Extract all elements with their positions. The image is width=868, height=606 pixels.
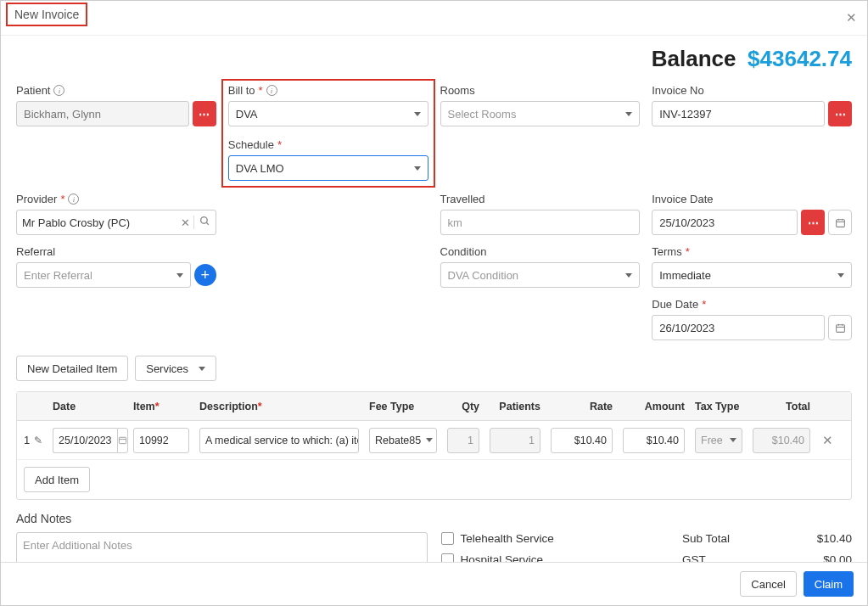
condition-field: Condition DVA Condition	[440, 245, 641, 288]
subtotal-label: Sub Total	[682, 532, 793, 545]
svg-rect-2	[836, 219, 844, 227]
travelled-input[interactable]: km	[440, 210, 641, 235]
hospital-label: Hospital Service	[461, 553, 544, 562]
schedule-select[interactable]: DVA LMO	[228, 155, 428, 181]
edit-icon[interactable]: ✎	[34, 435, 42, 446]
svg-line-1	[206, 222, 209, 225]
patient-label: Patient	[16, 84, 50, 97]
hospital-checkbox[interactable]	[441, 553, 454, 562]
balance-label: Balance	[652, 46, 736, 71]
billto-schedule-highlight: Bill to * i DVA Sched	[221, 79, 435, 188]
billto-select[interactable]: DVA	[228, 101, 428, 126]
gst-value: $0.00	[817, 553, 852, 562]
chevron-down-icon	[625, 273, 632, 278]
calendar-icon[interactable]	[117, 428, 128, 453]
chevron-down-icon	[837, 273, 844, 278]
provider-input[interactable]: Mr Pablo Crosby (PC) ✕	[16, 210, 216, 235]
schedule-field: Schedule * DVA LMO	[228, 138, 428, 181]
add-item-button[interactable]: Add Item	[24, 467, 90, 492]
svg-rect-10	[119, 437, 126, 443]
chevron-down-icon	[414, 166, 421, 171]
chevron-down-icon	[426, 438, 433, 442]
invoice-no-field: Invoice No INV-12397 ⋯	[652, 84, 852, 182]
provider-label: Provider	[16, 193, 57, 205]
row-amount-input[interactable]: $10.40	[623, 428, 685, 453]
billto-label: Bill to	[228, 84, 255, 97]
row-description-input[interactable]: A medical service to which: (a) item 5..…	[199, 428, 359, 453]
invoice-no-more-button[interactable]: ⋯	[828, 101, 852, 126]
referral-select[interactable]: Enter Referral	[16, 262, 191, 288]
modal-header: New Invoice ✕	[1, 1, 867, 36]
search-icon[interactable]	[193, 216, 210, 229]
rooms-label: Rooms	[440, 84, 475, 97]
terms-label: Terms	[652, 245, 681, 258]
travelled-field: Travelled km	[440, 193, 641, 235]
gst-label: GST	[682, 553, 793, 562]
row-rate-input[interactable]: $10.40	[551, 428, 613, 453]
row-patients-input[interactable]: 1	[490, 428, 540, 453]
table-header: Date Item* Description* Fee Type Qty Pat…	[17, 392, 851, 421]
claim-button[interactable]: Claim	[804, 571, 854, 597]
invoice-date-label: Invoice Date	[652, 193, 713, 205]
row-item-input[interactable]: 10992	[133, 428, 189, 453]
notes-textarea[interactable]	[16, 532, 428, 562]
terms-field: Terms * Immediate	[652, 245, 852, 288]
referral-label: Referral	[16, 245, 55, 258]
chevron-down-icon	[414, 112, 421, 116]
new-detailed-item-button[interactable]: New Detailed Item	[16, 356, 128, 381]
row-taxtype-select[interactable]: Free	[695, 428, 742, 453]
row-qty-input[interactable]: 1	[447, 428, 479, 453]
close-icon[interactable]: ✕	[846, 10, 857, 25]
services-button[interactable]: Services	[135, 356, 216, 381]
info-icon[interactable]: i	[53, 85, 64, 96]
rooms-field: Rooms Select Rooms	[440, 84, 641, 182]
row-date-input[interactable]: 25/10/2023	[53, 428, 117, 453]
telehealth-checkbox[interactable]	[441, 532, 454, 545]
patient-input[interactable]: Bickham, Glynn	[16, 101, 189, 126]
balance-row: Balance $43642.74	[16, 46, 852, 72]
modal-footer: Cancel Claim	[1, 562, 867, 605]
billto-field: Bill to * i DVA	[228, 84, 428, 126]
invoice-no-label: Invoice No	[652, 84, 703, 97]
referral-field: Referral Enter Referral +	[16, 245, 216, 288]
table-row: 1 ✎ 25/10/2023 10992 A medical service t…	[17, 421, 851, 460]
invoice-no-input[interactable]: INV-12397	[652, 101, 825, 126]
chevron-down-icon	[199, 367, 205, 371]
calendar-icon[interactable]	[828, 210, 852, 235]
telehealth-label: Telehealth Service	[461, 532, 554, 545]
schedule-label: Schedule	[228, 138, 274, 151]
balance-amount: $43642.74	[748, 46, 852, 71]
patient-field: Patient i Bickham, Glynn ⋯	[16, 84, 216, 182]
terms-select[interactable]: Immediate	[652, 262, 852, 288]
add-referral-button[interactable]: +	[194, 264, 216, 286]
info-icon[interactable]: i	[266, 85, 277, 96]
subtotal-value: $10.40	[817, 532, 852, 545]
modal-title: New Invoice	[6, 3, 87, 26]
due-date-label: Due Date	[652, 298, 698, 311]
svg-rect-6	[836, 324, 844, 332]
notes-label: Add Notes	[16, 512, 852, 525]
invoice-date-field: Invoice Date 25/10/2023 ⋯	[652, 193, 852, 235]
calendar-icon[interactable]	[828, 315, 852, 340]
chevron-down-icon	[176, 273, 183, 278]
patient-more-button[interactable]: ⋯	[193, 101, 216, 126]
invoice-date-input[interactable]: 25/10/2023	[652, 210, 798, 235]
remove-row-icon[interactable]: ✕	[815, 429, 839, 452]
travelled-label: Travelled	[440, 193, 485, 205]
row-feetype-select[interactable]: Rebate85	[369, 428, 437, 453]
svg-point-0	[200, 217, 207, 224]
clear-icon[interactable]: ✕	[181, 216, 190, 229]
items-table: Date Item* Description* Fee Type Qty Pat…	[16, 391, 852, 500]
condition-label: Condition	[440, 245, 487, 258]
due-date-field: Due Date * 26/10/2023	[652, 298, 852, 340]
condition-select[interactable]: DVA Condition	[440, 262, 641, 288]
rooms-select[interactable]: Select Rooms	[440, 101, 641, 126]
due-date-input[interactable]: 26/10/2023	[652, 315, 825, 340]
provider-field: Provider * i Mr Pablo Crosby (PC) ✕	[16, 193, 216, 235]
cancel-button[interactable]: Cancel	[740, 571, 796, 597]
item-actions-row: New Detailed Item Services	[16, 356, 852, 381]
invoice-date-more-button[interactable]: ⋯	[801, 210, 825, 235]
info-icon[interactable]: i	[68, 194, 79, 205]
row-total-input: $10.40	[753, 428, 810, 453]
chevron-down-icon	[625, 112, 632, 116]
